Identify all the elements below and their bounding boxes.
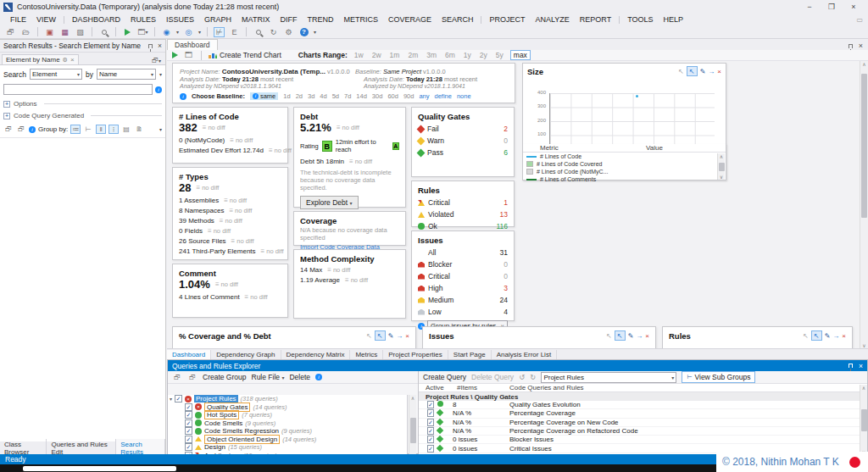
open-icon[interactable]: 🗁 <box>20 27 31 37</box>
query-row[interactable]: ✓ N/A % Percentage Coverage <box>419 409 867 418</box>
search-icon[interactable] <box>253 27 264 37</box>
legend-row[interactable]: # Lines of Code Covered <box>523 160 726 168</box>
forward-dropdown-icon[interactable]: ▾ <box>198 29 201 35</box>
select-mode-icon[interactable]: ↖ <box>811 330 822 341</box>
checkbox[interactable]: ✓ <box>175 395 182 403</box>
range-5y[interactable]: 5y <box>494 51 505 59</box>
menu-trend[interactable]: TREND <box>302 15 338 24</box>
scrollbar-thumb[interactable] <box>861 74 867 218</box>
select-mode-icon[interactable]: ↖ <box>615 330 626 341</box>
export-results-icon[interactable]: 🗗 <box>3 125 14 134</box>
menu-rules[interactable]: RULES <box>125 15 161 24</box>
queries-edit-mode-icon[interactable]: Ε <box>229 27 240 37</box>
taskbar-search-box[interactable] <box>23 466 176 471</box>
menu-view[interactable]: VIEW <box>31 15 61 24</box>
menu-coverage[interactable]: COVERAGE <box>383 15 437 24</box>
legend-row[interactable]: # Lines of Code (NotMyC... <box>523 168 726 175</box>
export-to-doc-icon[interactable]: 🗎 <box>134 125 144 134</box>
open-chart-icon[interactable]: → <box>396 332 403 340</box>
expander-icon[interactable]: ▾ <box>170 396 172 402</box>
attach-process-icon[interactable]: ▣ <box>44 27 55 37</box>
menu-search[interactable]: SEARCH <box>437 15 479 24</box>
close-panel-icon[interactable]: × <box>859 362 863 370</box>
open-chart-icon[interactable]: → <box>636 332 643 340</box>
menu-matrix[interactable]: MATRIX <box>236 15 275 24</box>
checkbox[interactable]: ✓ <box>185 419 192 427</box>
checkbox[interactable]: ✓ <box>185 403 192 411</box>
create-trend-chart-button[interactable]: Create Trend Chart <box>209 51 281 59</box>
tab-analysis-error-list[interactable]: Analysis Error List <box>492 350 557 359</box>
baseline-option-90d[interactable]: 90d <box>403 92 415 100</box>
close-chart-icon[interactable]: × <box>717 68 721 75</box>
close-panel-icon[interactable]: × <box>158 42 162 50</box>
menu-project[interactable]: PROJECT <box>484 15 530 24</box>
baseline-option-30d[interactable]: 30d <box>372 92 383 100</box>
search-by-select[interactable]: Name▾ <box>97 69 156 80</box>
refresh-icon[interactable]: ↻ <box>268 27 279 37</box>
open-chart-icon[interactable]: → <box>832 332 839 340</box>
copy-results-icon[interactable]: 🗗 <box>16 125 26 134</box>
group-by-namespace-icon[interactable]: ⊢ <box>83 125 93 134</box>
range-2m[interactable]: 2m <box>406 51 420 59</box>
tab-close-icon[interactable]: × <box>70 56 75 64</box>
expand-all-icon[interactable]: 🗗 <box>172 373 182 382</box>
edit-chart-icon[interactable]: ✎ <box>628 332 634 340</box>
range-1m[interactable]: 1m <box>388 51 402 59</box>
pin-icon[interactable] <box>849 364 853 368</box>
baseline-option-1d[interactable]: 1d <box>283 92 290 100</box>
checkbox[interactable]: ✓ <box>427 436 434 443</box>
options-expander-icon[interactable]: + <box>3 101 10 108</box>
range-3m[interactable]: 3m <box>425 51 438 59</box>
minimize-button[interactable]: − <box>798 1 821 13</box>
baseline-option-4d[interactable]: 4d <box>320 92 326 100</box>
range-1w[interactable]: 1w <box>353 51 365 59</box>
legend-scrollbar[interactable]: ∧∨ <box>717 153 725 180</box>
code-query-expander-icon[interactable]: + <box>3 113 10 119</box>
checkbox[interactable]: ✓ <box>427 409 434 417</box>
cursor-icon[interactable]: ↖ <box>803 332 809 340</box>
baseline-option-5d[interactable]: 5d <box>332 92 339 100</box>
tab-metrics[interactable]: Metrics <box>350 350 383 359</box>
search-input[interactable] <box>3 84 153 95</box>
toolbar-overflow-icon[interactable]: ▾ <box>314 29 316 35</box>
range-6m[interactable]: 6m <box>443 51 457 59</box>
redo-icon[interactable]: ↻ <box>530 373 536 381</box>
close-chart-icon[interactable]: × <box>405 332 409 340</box>
view-sub-groups-button[interactable]: ⊢ View Sub Groups <box>682 371 755 383</box>
menu-report[interactable]: REPORT <box>575 15 616 24</box>
scroll-down-icon[interactable]: ∨ <box>862 342 865 348</box>
export-report-icon[interactable]: 🗔▾ <box>137 27 148 37</box>
group-filter-select[interactable]: Project Rules▾ <box>541 372 676 383</box>
create-query-button[interactable]: Create Query <box>423 373 466 381</box>
checkbox[interactable]: ✓ <box>427 427 434 435</box>
undo-icon[interactable]: ↺ <box>519 373 525 381</box>
new-tab-icon[interactable]: 🗗▾ <box>152 57 164 64</box>
pin-icon[interactable] <box>148 44 153 48</box>
flat-list-icon[interactable]: ▤ <box>121 125 131 134</box>
query-row[interactable]: ✓ 8 Quality Gates Evolution <box>419 401 867 409</box>
menu-dashboard[interactable]: DASHBOARD <box>67 15 125 24</box>
forward-icon[interactable]: ◎ <box>183 27 194 37</box>
group-toolbar-overflow-icon[interactable]: ▾ <box>159 126 162 132</box>
menu-overflow-icon[interactable]: ▭ <box>856 16 863 24</box>
search-options-chevron-icon[interactable]: ▾ <box>159 71 162 77</box>
legend-row[interactable]: # Lines of Comments <box>523 175 726 183</box>
menu-help[interactable]: HELP <box>659 15 689 24</box>
edit-chart-icon[interactable]: ✎ <box>700 68 706 75</box>
cursor-icon[interactable]: ↖ <box>678 68 684 75</box>
close-chart-icon[interactable]: × <box>842 332 846 340</box>
menu-metrics[interactable]: METRICS <box>338 15 383 24</box>
dashboard-scrollbar[interactable]: ∧ ∨ <box>860 61 868 348</box>
checkbox[interactable]: ✓ <box>185 427 192 435</box>
tree-item-code-smells[interactable]: ✓ Code Smells (9 queries) <box>168 419 407 428</box>
baseline-option-none[interactable]: none <box>457 92 471 100</box>
tree-item-object-oriented-design[interactable]: ✓ Object Oriented Design (14 queries) <box>168 436 407 444</box>
menu-tools[interactable]: TOOLS <box>622 15 658 24</box>
range-2y[interactable]: 2y <box>478 51 489 59</box>
tab-dependency-graph[interactable]: Dependency Graph <box>211 350 281 359</box>
baseline-option-define[interactable]: define <box>435 92 452 100</box>
new-window-icon[interactable]: 🗗 <box>5 27 16 37</box>
help-icon[interactable]: ? <box>298 27 309 37</box>
checkbox[interactable]: ✓ <box>427 419 434 426</box>
checkbox[interactable]: ✓ <box>185 436 192 443</box>
